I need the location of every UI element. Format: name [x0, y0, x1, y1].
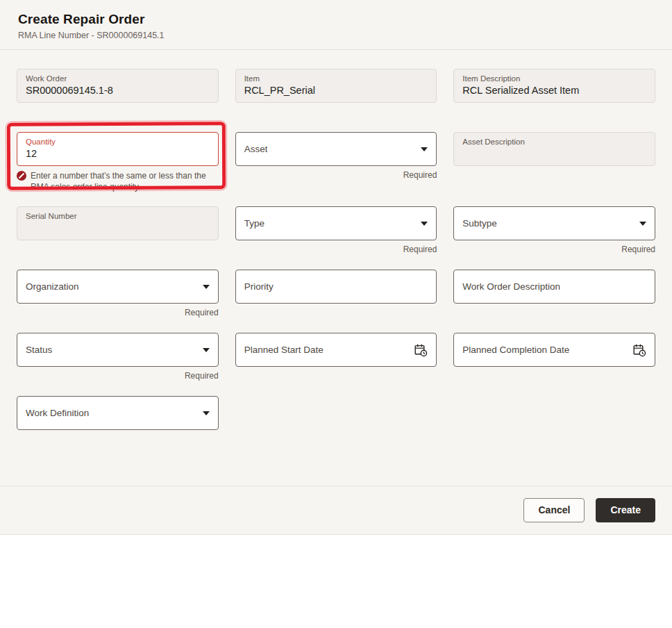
item-description-value: RCL Serialized Asset Item	[462, 84, 646, 98]
planned-completion-date-below	[453, 371, 655, 382]
calendar-clock-icon[interactable]	[414, 343, 428, 357]
planned-start-date-below	[235, 371, 437, 382]
quantity-input[interactable]: Quantity 12	[17, 132, 219, 166]
chevron-down-icon	[421, 147, 428, 151]
item-below	[235, 107, 437, 118]
planned-completion-date-label: Planned Completion Date	[462, 345, 569, 355]
chevron-down-icon	[203, 411, 210, 415]
subtype-cell: Subtype Required	[453, 206, 655, 256]
work-order-label: Work Order	[26, 74, 210, 84]
quantity-error-text: Enter a number that’s the same or less t…	[31, 170, 219, 192]
create-button[interactable]: Create	[596, 498, 655, 522]
organization-cell: Organization Required	[17, 270, 219, 319]
work-order-description-input[interactable]: Work Order Description	[453, 270, 655, 304]
dialog-footer: Cancel Create	[0, 486, 672, 534]
asset-cell: Asset Required	[235, 132, 437, 192]
organization-select[interactable]: Organization	[17, 270, 219, 304]
item-cell: Item RCL_PR_Serial	[235, 69, 437, 118]
work-order-below	[17, 107, 219, 118]
work-definition-cell: Work Definition	[17, 396, 219, 445]
item-field: Item RCL_PR_Serial	[235, 69, 437, 103]
quantity-error-message: Enter a number that’s the same or less t…	[17, 170, 219, 192]
empty-cell	[235, 396, 437, 445]
dialog-header: Create Repair Order RMA Line Number - SR…	[0, 0, 672, 50]
serial-number-field: Serial Number	[17, 206, 219, 240]
serial-number-below	[17, 245, 219, 256]
asset-label: Asset	[244, 144, 268, 154]
subtype-label: Subtype	[462, 218, 497, 229]
work-order-value: SR0000069145.1-8	[26, 84, 210, 98]
planned-start-date-label: Planned Start Date	[244, 345, 324, 355]
item-description-label: Item Description	[462, 74, 646, 84]
work-order-description-label: Work Order Description	[462, 281, 560, 292]
asset-description-cell: Asset Description	[453, 132, 655, 192]
serial-number-cell: Serial Number	[17, 206, 219, 256]
work-order-field: Work Order SR0000069145.1-8	[17, 69, 219, 103]
item-value: RCL_PR_Serial	[244, 84, 428, 98]
asset-description-value	[462, 147, 646, 160]
asset-select[interactable]: Asset	[235, 132, 437, 166]
chevron-down-icon	[203, 285, 210, 289]
chevron-down-icon	[639, 222, 646, 226]
rma-line-number-subtitle: RMA Line Number - SR0000069145.1	[18, 31, 654, 40]
asset-description-field: Asset Description	[453, 132, 655, 166]
planned-start-date-input[interactable]: Planned Start Date	[235, 333, 437, 367]
work-definition-below	[17, 434, 219, 445]
planned-completion-date-cell: Planned Completion Date	[453, 333, 655, 382]
calendar-clock-icon[interactable]	[632, 343, 646, 357]
create-repair-order-dialog: Create Repair Order RMA Line Number - SR…	[0, 0, 672, 535]
chevron-down-icon	[203, 348, 210, 352]
error-icon	[17, 171, 26, 181]
quantity-label: Quantity	[26, 137, 210, 147]
asset-description-label: Asset Description	[462, 137, 646, 147]
work-definition-select[interactable]: Work Definition	[17, 396, 219, 430]
subtype-required-text: Required	[453, 245, 655, 256]
subtype-select[interactable]: Subtype	[453, 206, 655, 240]
work-definition-label: Work Definition	[26, 408, 89, 418]
planned-completion-date-input[interactable]: Planned Completion Date	[453, 333, 655, 367]
asset-description-below	[453, 170, 655, 181]
type-select[interactable]: Type	[235, 206, 437, 240]
cancel-button[interactable]: Cancel	[523, 498, 585, 522]
status-label: Status	[26, 345, 52, 355]
work-order-description-below	[453, 308, 655, 319]
asset-required-text: Required	[235, 170, 437, 181]
organization-required-text: Required	[17, 308, 219, 319]
status-required-text: Required	[17, 371, 219, 382]
type-cell: Type Required	[235, 206, 437, 256]
status-cell: Status Required	[17, 333, 219, 382]
priority-cell: Priority	[235, 270, 437, 319]
organization-label: Organization	[26, 281, 79, 292]
item-description-cell: Item Description RCL Serialized Asset It…	[453, 69, 655, 118]
page-title: Create Repair Order	[18, 12, 654, 27]
work-order-cell: Work Order SR0000069145.1-8	[17, 69, 219, 118]
type-label: Type	[244, 218, 264, 229]
quantity-cell: Quantity 12 Enter a number that’s the sa…	[17, 132, 219, 192]
status-select[interactable]: Status	[17, 333, 219, 367]
item-description-below	[453, 107, 655, 118]
planned-start-date-cell: Planned Start Date	[235, 333, 437, 382]
item-description-field: Item Description RCL Serialized Asset It…	[453, 69, 655, 103]
type-required-text: Required	[235, 245, 437, 256]
quantity-value: 12	[26, 147, 210, 161]
serial-number-label: Serial Number	[26, 211, 210, 222]
priority-label: Priority	[244, 281, 274, 292]
repair-order-form: Work Order SR0000069145.1-8 Item RCL_PR_…	[0, 50, 672, 486]
chevron-down-icon	[421, 222, 428, 226]
serial-number-value	[26, 222, 210, 234]
priority-input[interactable]: Priority	[235, 270, 437, 304]
item-label: Item	[244, 74, 428, 84]
priority-below	[235, 308, 437, 319]
empty-cell	[453, 396, 655, 445]
work-order-description-cell: Work Order Description	[453, 270, 655, 319]
